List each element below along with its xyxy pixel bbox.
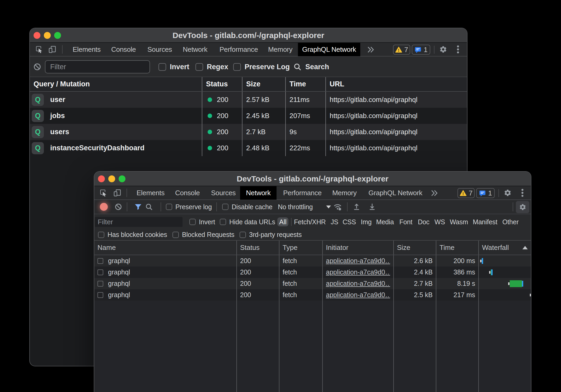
row-checkbox[interactable] xyxy=(97,292,103,298)
device-toolbar-icon[interactable] xyxy=(48,43,56,56)
column-header-initiator[interactable]: Initiator xyxy=(322,241,393,255)
preserve-log-checkbox[interactable] xyxy=(233,63,241,71)
invert-checkbox[interactable] xyxy=(189,219,196,225)
clear-network-log-icon[interactable] xyxy=(115,200,122,214)
column-header-time[interactable]: Time xyxy=(285,77,325,91)
invert-checkbox[interactable] xyxy=(158,63,166,71)
invert-checkbox-group[interactable]: Invert xyxy=(158,57,189,77)
tab-console[interactable]: Console xyxy=(111,43,136,56)
filter-type-all-selected[interactable]: All xyxy=(277,217,288,226)
filter-type-fetch-xhr[interactable]: Fetch/XHR xyxy=(294,217,326,226)
search-icon[interactable] xyxy=(145,200,153,214)
filter-type-media[interactable]: Media xyxy=(376,217,394,226)
network-settings-button[interactable] xyxy=(516,201,529,213)
more-tabs-icon[interactable] xyxy=(367,43,375,56)
hide-data-urls-checkbox-group[interactable]: Hide data URLs xyxy=(220,214,275,230)
has-blocked-cookies-checkbox[interactable] xyxy=(98,232,104,238)
table-row[interactable]: Qusers 200 2.7 kB 9s https://gitlab.com/… xyxy=(30,124,467,140)
kebab-menu-icon[interactable] xyxy=(456,43,460,56)
import-har-icon[interactable] xyxy=(352,200,361,214)
column-header-url[interactable]: URL xyxy=(325,77,467,91)
column-header-waterfall[interactable]: Waterfall xyxy=(478,241,531,255)
blocked-requests-checkbox[interactable] xyxy=(172,232,179,238)
disable-cache-checkbox-group[interactable]: Disable cache xyxy=(222,200,272,214)
regex-checkbox-group[interactable]: Regex xyxy=(195,57,228,77)
tab-graphql-network-selected[interactable]: GraphQL Network xyxy=(298,43,360,56)
column-header-size[interactable]: Size xyxy=(242,77,285,91)
export-har-icon[interactable] xyxy=(368,200,376,214)
settings-gear-icon[interactable] xyxy=(504,186,512,199)
row-checkbox[interactable] xyxy=(97,269,103,275)
search-button[interactable]: Search xyxy=(293,57,329,77)
invert-checkbox-group[interactable]: Invert xyxy=(189,214,215,230)
tab-performance[interactable]: Performance xyxy=(219,43,258,56)
column-header-name[interactable]: Name xyxy=(94,241,236,255)
inspect-element-icon[interactable] xyxy=(100,186,107,199)
hide-data-urls-checkbox[interactable] xyxy=(220,219,226,225)
preserve-log-checkbox-group[interactable]: Preserve log xyxy=(166,200,212,214)
column-header-status[interactable]: Status xyxy=(202,77,242,91)
third-party-requests-checkbox[interactable] xyxy=(240,232,246,238)
table-row[interactable]: graphql 200 fetch application-a7ca9d0… 2… xyxy=(94,255,531,267)
record-button[interactable] xyxy=(100,200,108,214)
throttling-caret-icon[interactable] xyxy=(326,206,331,208)
column-header-type[interactable]: Type xyxy=(279,241,322,255)
row-checkbox[interactable] xyxy=(97,281,103,287)
table-row[interactable]: QinstanceSecurityDashboard 200 2.48 kB 2… xyxy=(30,140,467,156)
tab-console[interactable]: Console xyxy=(175,186,200,200)
tab-memory[interactable]: Memory xyxy=(332,186,357,200)
settings-gear-icon[interactable] xyxy=(439,43,447,56)
filter-funnel-icon[interactable] xyxy=(134,200,142,214)
column-header-time[interactable]: Time xyxy=(436,241,478,255)
row-checkbox[interactable] xyxy=(97,258,103,264)
column-header-size[interactable]: Size xyxy=(393,241,436,255)
filter-input[interactable]: Filter xyxy=(95,217,183,227)
filter-type-ws[interactable]: WS xyxy=(434,217,445,226)
warnings-badge[interactable]: 7 xyxy=(457,188,475,198)
table-row[interactable]: graphql 200 fetch application-a7ca9d0… 2… xyxy=(94,289,531,301)
messages-badge[interactable]: 1 xyxy=(412,45,430,55)
tab-elements[interactable]: Elements xyxy=(73,43,101,56)
table-row[interactable]: graphql 200 fetch application-a7ca9d0… 2… xyxy=(94,267,531,278)
regex-checkbox[interactable] xyxy=(195,63,203,71)
initiator-link[interactable]: application-a7ca9d0… xyxy=(326,280,390,287)
more-tabs-icon[interactable] xyxy=(430,186,439,200)
filter-type-img[interactable]: Img xyxy=(361,217,372,226)
inspect-element-icon[interactable] xyxy=(35,43,43,56)
filter-input[interactable]: Filter xyxy=(45,60,150,73)
warnings-badge[interactable]: 7 xyxy=(393,45,410,55)
initiator-link[interactable]: application-a7ca9d0… xyxy=(326,291,390,299)
tab-graphql-network[interactable]: GraphQL Network xyxy=(368,186,422,200)
filter-type-font[interactable]: Font xyxy=(399,217,412,226)
device-toolbar-icon[interactable] xyxy=(113,186,121,199)
clear-log-icon[interactable] xyxy=(33,57,41,77)
table-row[interactable]: Quser 200 2.57 kB 211ms https://gitlab.c… xyxy=(30,92,467,108)
tab-network-selected[interactable]: Network xyxy=(240,186,277,200)
preserve-log-checkbox[interactable] xyxy=(166,204,172,210)
tab-network[interactable]: Network xyxy=(183,43,207,56)
network-conditions-icon[interactable] xyxy=(333,200,342,214)
column-header-query-mutation[interactable]: Query / Mutation xyxy=(30,77,202,91)
preserve-log-checkbox-group[interactable]: Preserve Log xyxy=(233,57,290,77)
table-row[interactable]: Qjobs 200 2.45 kB 207ms https://gitlab.c… xyxy=(30,108,467,124)
tab-performance[interactable]: Performance xyxy=(283,186,322,200)
messages-badge[interactable]: 1 xyxy=(476,188,495,198)
throttling-dropdown[interactable]: No throttling xyxy=(278,200,313,214)
has-blocked-cookies-checkbox-group[interactable]: Has blocked cookies xyxy=(98,229,167,241)
tab-sources[interactable]: Sources xyxy=(147,43,172,56)
filter-type-js[interactable]: JS xyxy=(331,217,338,226)
blocked-requests-checkbox-group[interactable]: Blocked Requests xyxy=(172,229,234,241)
initiator-link[interactable]: application-a7ca9d0… xyxy=(326,257,390,265)
initiator-link[interactable]: application-a7ca9d0… xyxy=(326,268,390,276)
filter-type-manifest[interactable]: Manifest xyxy=(473,217,497,226)
column-header-status[interactable]: Status xyxy=(236,241,279,255)
filter-type-wasm[interactable]: Wasm xyxy=(450,217,468,226)
filter-type-other[interactable]: Other xyxy=(502,217,519,226)
table-row[interactable]: graphql 200 fetch application-a7ca9d0… 2… xyxy=(94,278,531,289)
filter-type-doc[interactable]: Doc xyxy=(418,217,429,226)
filter-type-css[interactable]: CSS xyxy=(343,217,356,226)
kebab-menu-icon[interactable] xyxy=(520,186,525,199)
disable-cache-checkbox[interactable] xyxy=(222,204,228,210)
tab-elements[interactable]: Elements xyxy=(137,186,165,200)
third-party-requests-checkbox-group[interactable]: 3rd-party requests xyxy=(240,229,302,241)
